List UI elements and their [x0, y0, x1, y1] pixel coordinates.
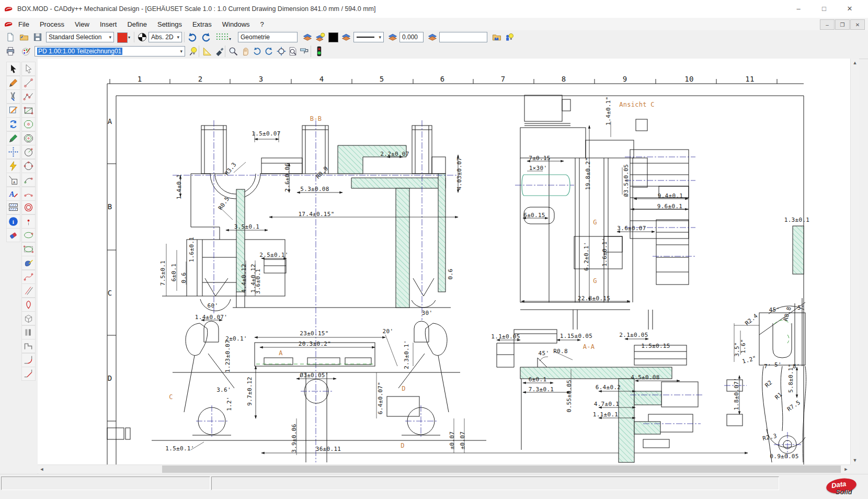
menu-item-file[interactable]: File — [13, 19, 35, 30]
zoom-light-icon[interactable] — [187, 45, 200, 58]
menu-item-view[interactable]: View — [70, 19, 95, 30]
tool-parallel-lines-icon[interactable] — [21, 283, 36, 298]
zoom-all-icon[interactable] — [275, 45, 288, 58]
tool-polygon-icon[interactable] — [21, 117, 36, 131]
new-file-icon[interactable] — [4, 31, 17, 43]
tool-rectangle-icon[interactable] — [21, 104, 36, 118]
horizontal-scroll-thumb[interactable] — [162, 466, 841, 473]
save-icon[interactable] — [31, 31, 44, 43]
tool-transform-icon[interactable] — [6, 117, 20, 131]
menu-item-extras[interactable]: Extras — [187, 19, 217, 30]
tool-hatch-icon[interactable] — [6, 200, 20, 214]
repaint-roller-icon[interactable] — [298, 45, 311, 58]
pan-hand-icon[interactable] — [239, 45, 252, 58]
dimension-label: 1.4±0.1 — [176, 174, 182, 199]
ruler-letter: C — [108, 289, 112, 297]
pen-color-dropdown-arrow[interactable]: ▾ — [128, 35, 130, 40]
tool-arc-icon[interactable] — [21, 173, 36, 187]
layer-color-icon[interactable] — [340, 31, 352, 43]
group-folder-icon[interactable] — [490, 31, 503, 43]
tool-spline-icon[interactable] — [21, 270, 36, 284]
tool-solid-box-icon[interactable] — [21, 311, 36, 325]
tool-chamfer-icon[interactable] — [21, 367, 36, 381]
layer-width-icon[interactable] — [426, 31, 439, 43]
layer-name-input[interactable] — [439, 32, 487, 42]
tool-equidistant-icon[interactable] — [21, 325, 36, 339]
tool-polyline-icon[interactable] — [21, 89, 36, 104]
tool-oval-icon[interactable] — [21, 298, 36, 312]
status-bar: Data Solid — [0, 474, 868, 499]
menu-item-define[interactable]: Define — [122, 19, 152, 30]
tool-circle-points-icon[interactable] — [21, 159, 36, 173]
menu-item-insert[interactable]: Insert — [95, 19, 122, 30]
layer-set-icon[interactable] — [301, 31, 314, 43]
tool-select-icon[interactable] — [6, 62, 20, 76]
drawing-canvas[interactable]: 1234567891011ABCDB-BAnsicht CA-AACDDGG1.… — [38, 59, 850, 464]
tool-donut-icon[interactable] — [21, 200, 36, 214]
tool-polygon-circle-icon[interactable] — [21, 131, 36, 145]
line-style-dropdown[interactable]: ▾ — [353, 32, 384, 42]
tool-tools-icon[interactable] — [6, 89, 20, 104]
group-bulb-icon[interactable] — [503, 31, 516, 43]
command-input[interactable] — [238, 32, 298, 42]
dimension-label: 1.1±0.05 — [491, 333, 520, 340]
rotate-ccw-icon[interactable] — [251, 45, 264, 58]
tool-circle-radius-icon[interactable] — [21, 145, 36, 159]
scroll-left-icon[interactable]: ◄ — [38, 465, 46, 473]
undo-icon[interactable] — [186, 31, 199, 43]
traffic-light-icon[interactable] — [313, 45, 325, 58]
layer-linestyle-icon[interactable] — [386, 31, 399, 43]
tool-info-icon[interactable]: i — [6, 214, 20, 229]
tool-snap-icon[interactable] — [6, 145, 20, 159]
tool-modify-icon[interactable] — [6, 104, 20, 118]
vertical-scrollbar[interactable]: ▲ ▼ — [850, 59, 859, 464]
horizontal-scrollbar[interactable]: ◄ ► — [38, 464, 850, 473]
rotate-cw-icon[interactable] — [262, 45, 275, 58]
scroll-up-icon[interactable]: ▲ — [851, 59, 859, 67]
redo-icon[interactable] — [200, 31, 212, 43]
open-file-icon[interactable] — [18, 31, 30, 43]
tool-freeform-icon[interactable] — [21, 256, 36, 270]
close-button[interactable]: ✕ — [838, 0, 862, 17]
tool-erase-icon[interactable] — [6, 228, 20, 242]
line-width-input[interactable] — [399, 32, 424, 42]
mdi-close-button[interactable]: ✕ — [850, 19, 865, 30]
menu-item-windows[interactable]: Windows — [217, 19, 255, 30]
menu-item-process[interactable]: Process — [35, 19, 70, 30]
grid-icon[interactable]: ▾ — [214, 31, 232, 43]
tool-annotate-icon[interactable] — [6, 131, 20, 145]
quadrant-icon[interactable] — [136, 31, 149, 43]
tool-macro-icon[interactable] — [6, 159, 20, 173]
tool-fillet-icon[interactable] — [21, 353, 36, 367]
selection-mode-dropdown[interactable]: Standard Selection▾ — [46, 32, 114, 42]
color-swatch[interactable] — [328, 32, 338, 42]
tool-text-icon[interactable]: A — [6, 187, 20, 201]
redline-icon[interactable] — [213, 45, 226, 58]
tool-ellipse-sketch-icon[interactable] — [21, 228, 36, 242]
mdi-minimize-button[interactable]: – — [820, 19, 835, 30]
tool-contour-icon[interactable] — [21, 339, 36, 353]
tool-arc-chord-icon[interactable] — [21, 187, 36, 201]
minimize-button[interactable]: – — [786, 0, 810, 17]
menu-item-[interactable]: ? — [255, 19, 269, 30]
tool-draw-icon[interactable] — [6, 76, 20, 90]
sheet-combo[interactable]: PD 1.00:1.00 Teilzeichnung01▾ — [35, 46, 185, 56]
tool-select-alt-icon[interactable] — [21, 62, 36, 76]
scroll-down-icon[interactable]: ▼ — [851, 456, 859, 464]
scroll-right-icon[interactable]: ► — [842, 465, 850, 473]
zoom-sheet-icon[interactable] — [287, 45, 299, 58]
menu-item-settings[interactable]: Settings — [152, 19, 187, 30]
tool-ellipse-icon[interactable] — [21, 242, 36, 256]
tool-point-icon[interactable] — [21, 214, 36, 229]
print-icon[interactable] — [4, 45, 17, 58]
layer-bulb-icon[interactable] — [314, 31, 327, 43]
mdi-restore-button[interactable]: ❐ — [835, 19, 850, 30]
tool-line-icon[interactable] — [21, 76, 36, 90]
pen-color-button[interactable] — [117, 32, 128, 43]
zoom-window-icon[interactable] — [227, 45, 239, 58]
set-square-icon[interactable] — [201, 45, 213, 58]
coordinate-mode-dropdown[interactable]: Abs. 2D▾ — [149, 32, 182, 42]
tool-dimension-icon[interactable]: A — [6, 173, 20, 187]
maximize-button[interactable]: □ — [812, 0, 836, 17]
palette-icon[interactable] — [20, 45, 32, 58]
